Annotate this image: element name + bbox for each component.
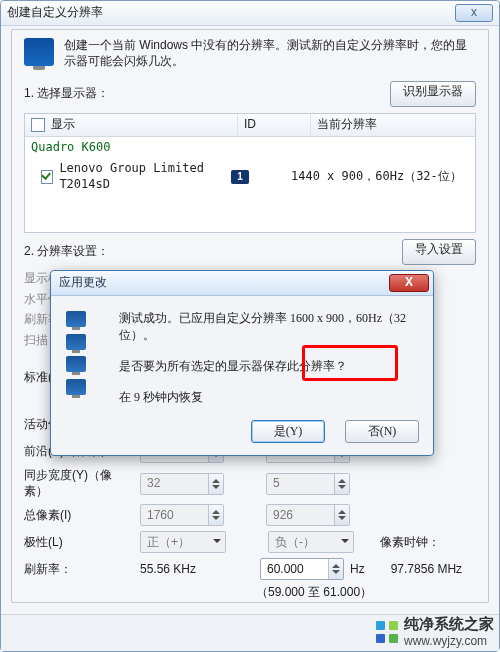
device-row: Quadro K600	[25, 137, 475, 159]
dialog-countdown: 在 9 秒钟内恢复	[119, 389, 419, 406]
polarity-label: 极性(L)	[24, 535, 134, 551]
identify-display-button[interactable]: 识别显示器	[390, 81, 476, 107]
watermark: 纯净系统之家 www.wyjzy.com	[376, 615, 494, 648]
col-display: 显示	[51, 117, 75, 131]
intro-block: 创建一个当前 Windows 中没有的分辨率。测试新的自定义分辨率时，您的显示器…	[24, 38, 476, 69]
dialog-close-icon[interactable]: X	[389, 274, 429, 292]
table-row[interactable]: Lenovo Group Limited T2014sD 1 1440 x 90…	[25, 158, 475, 195]
monitor-id-badge: 1	[231, 170, 249, 184]
section1-header: 1. 选择显示器： 识别显示器	[24, 81, 476, 107]
total-h-stepper[interactable]: 1760	[140, 504, 224, 526]
apply-changes-dialog: 应用更改 X 测试成功。已应用自定义分辨率 1600 x 900，60Hz（32…	[50, 270, 434, 456]
sync-h-stepper[interactable]: 32	[140, 473, 224, 495]
section2-label: 2. 分辨率设置：	[24, 244, 109, 260]
sync-label: 同步宽度(Y)（像素）	[24, 468, 134, 499]
sync-v-stepper[interactable]: 5	[266, 473, 350, 495]
refresh-h-value: 55.56 KHz	[140, 562, 218, 578]
header-checkbox[interactable]	[31, 118, 45, 132]
monitor-resolution: 1440 x 900，60Hz（32-位）	[291, 169, 469, 185]
monitor-icon	[24, 38, 54, 66]
refresh2-label: 刷新率：	[24, 562, 134, 578]
titlebar: 创建自定义分辨率 x	[1, 1, 499, 26]
section1-label: 1. 选择显示器：	[24, 86, 109, 102]
monitor-name: Lenovo Group Limited T2014sD	[59, 161, 231, 192]
total-label: 总像素(I)	[24, 508, 134, 524]
device-name: Quadro K600	[31, 140, 110, 156]
polarity-h-select[interactable]: 正（+）	[140, 531, 226, 553]
dialog-icon	[65, 310, 107, 447]
row-checkbox[interactable]	[41, 170, 53, 184]
total-v-stepper[interactable]: 926	[266, 504, 350, 526]
col-id: ID	[238, 114, 311, 136]
pixel-clock-value: 97.7856 MHz	[391, 562, 462, 578]
dialog-titlebar: 应用更改 X	[51, 271, 433, 296]
yes-button[interactable]: 是(Y)	[251, 420, 325, 443]
refresh-v-stepper[interactable]: 60.000	[260, 558, 344, 580]
watermark-logo-icon	[376, 621, 398, 643]
import-settings-button[interactable]: 导入设置	[402, 239, 476, 265]
watermark-url: www.wyjzy.com	[404, 634, 494, 648]
window-title: 创建自定义分辨率	[7, 5, 455, 21]
table-header: 显示 ID 当前分辨率	[25, 114, 475, 137]
polarity-v-select[interactable]: 负（-）	[268, 531, 354, 553]
hz-unit: Hz	[350, 562, 365, 578]
pixel-clock-label: 像素时钟：	[380, 535, 440, 551]
dialog-title: 应用更改	[59, 275, 389, 291]
dialog-line2: 是否要为所有选定的显示器保存此分辨率？	[119, 358, 419, 375]
close-icon[interactable]: x	[455, 4, 493, 22]
section2-header: 2. 分辨率设置： 导入设置	[24, 239, 476, 265]
col-res: 当前分辨率	[311, 114, 475, 136]
intro-text: 创建一个当前 Windows 中没有的分辨率。测试新的自定义分辨率时，您的显示器…	[64, 38, 476, 69]
no-button[interactable]: 否(N)	[345, 420, 419, 443]
refresh-range: （59.000 至 61.000）	[256, 585, 372, 601]
display-table: 显示 ID 当前分辨率 Quadro K600 Lenovo Group Lim…	[24, 113, 476, 233]
dialog-line1: 测试成功。已应用自定义分辨率 1600 x 900，60Hz（32 位）。	[119, 310, 419, 344]
watermark-name: 纯净系统之家	[404, 615, 494, 634]
